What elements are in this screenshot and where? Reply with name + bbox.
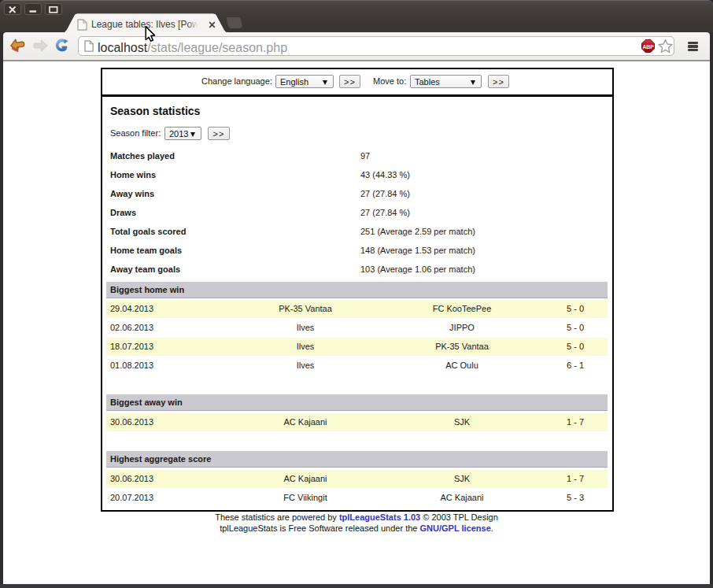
svg-text:ABP: ABP	[642, 44, 654, 50]
